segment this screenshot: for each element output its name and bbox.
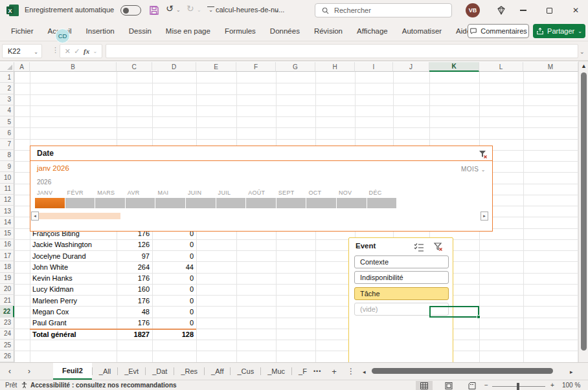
column-header-M[interactable]: M [523, 62, 578, 72]
timeline-level-dropdown[interactable]: MOIS ⌄ [461, 166, 486, 173]
row-header-1[interactable]: 1 [0, 72, 14, 83]
comments-button[interactable]: Commentaires [468, 24, 529, 38]
sheet-tab-_Cus[interactable]: _Cus [231, 363, 260, 380]
pivot-row-name[interactable]: Marleen Perry [30, 295, 117, 306]
row-header-17[interactable]: 17 [0, 250, 14, 261]
pivot-row-day-hours[interactable]: 97 [117, 250, 152, 261]
vertical-scrollbar[interactable]: ▲ [578, 61, 588, 362]
pivot-row-day-hours[interactable]: 126 [117, 239, 152, 250]
pivot-row-name[interactable]: John White [30, 261, 117, 272]
row-header-25[interactable]: 25 [0, 340, 14, 351]
row-header-24[interactable]: 24 [0, 329, 14, 340]
pivot-row-name[interactable]: Lucy Kidman [30, 284, 117, 295]
document-title-chevron-icon[interactable]: ⌄ [275, 6, 280, 13]
sheet-tab-Feuil2[interactable]: Feuil2 [53, 363, 92, 380]
sheet-nav-prev-button[interactable]: ‹ [0, 363, 19, 380]
quick-access-more-icon[interactable]: ⌄ [207, 6, 214, 14]
column-header-J[interactable]: J [393, 62, 429, 72]
column-header-B[interactable]: B [30, 62, 117, 72]
pivot-row-night-hours[interactable]: 0 [152, 306, 196, 317]
column-header-C[interactable]: C [117, 62, 152, 72]
row-header-19[interactable]: 19 [0, 273, 14, 284]
column-header-H[interactable]: H [315, 62, 355, 72]
add-sheet-button[interactable]: + [326, 363, 342, 380]
ribbon-tab-insertion[interactable]: Insertion [79, 21, 122, 41]
timeline-month-segment-OCT[interactable] [306, 198, 336, 208]
ribbon-tab-révision[interactable]: Révision [307, 21, 350, 41]
pivot-row-name[interactable]: Kevin Hanks [30, 273, 117, 284]
column-header-F[interactable]: F [236, 62, 276, 72]
sheet-nav-next-button[interactable]: › [19, 363, 39, 380]
sheet-tab-_Aff[interactable]: _Aff [205, 363, 230, 380]
formula-input[interactable] [106, 44, 578, 58]
sheet-tab-_Evt[interactable]: _Evt [118, 363, 145, 380]
pivot-row-day-hours[interactable]: 1827 [117, 329, 152, 340]
share-button[interactable]: Partager ⌄ [533, 24, 585, 38]
ribbon-tab-données[interactable]: Données [263, 21, 307, 41]
row-header-18[interactable]: 18 [0, 261, 14, 272]
column-header-E[interactable]: E [196, 62, 236, 72]
sheet-tab-_Muc[interactable]: _Muc [261, 363, 291, 380]
sheet-tab-_Res[interactable]: _Res [174, 363, 204, 380]
close-button[interactable]: ✕ [566, 0, 585, 21]
view-normal-button[interactable] [416, 381, 433, 390]
row-header-6[interactable]: 6 [0, 127, 14, 138]
pivot-row-day-hours[interactable]: 264 [117, 261, 152, 272]
view-page-break-button[interactable] [464, 381, 481, 390]
ribbon-tab-formules[interactable]: Formules [218, 21, 263, 41]
pivot-row-night-hours[interactable]: 44 [152, 261, 196, 272]
timeline-month-segment-DÉC[interactable] [367, 198, 397, 208]
pivot-row-day-hours[interactable]: 176 [117, 295, 152, 306]
row-header-21[interactable]: 21 [0, 295, 14, 306]
row-header-8[interactable]: 8 [0, 150, 14, 161]
more-sheets-icon[interactable]: ••• [308, 363, 326, 380]
row-header-13[interactable]: 13 [0, 206, 14, 217]
pivot-row-night-hours[interactable]: 0 [152, 250, 196, 261]
save-icon[interactable] [149, 5, 159, 16]
ribbon-tab-dessin[interactable]: Dessin [122, 21, 159, 41]
column-header-D[interactable]: D [152, 62, 196, 72]
row-header-14[interactable]: 14 [0, 217, 14, 228]
pivot-row-day-hours[interactable]: 48 [117, 306, 152, 317]
slicer-clear-filter-icon[interactable] [433, 242, 444, 252]
column-header-K[interactable]: K [429, 62, 479, 72]
zoom-out-icon[interactable]: − [484, 382, 488, 389]
timeline-month-segment-JANV[interactable] [35, 198, 65, 208]
sheet-tab-_All[interactable]: _All [93, 363, 117, 380]
pivot-row-night-hours[interactable]: 128 [152, 329, 196, 340]
pivot-row-day-hours[interactable]: 176 [117, 273, 152, 284]
row-header-22[interactable]: 22 [0, 306, 14, 317]
pivot-row-name[interactable]: Jackie Washington [30, 239, 117, 250]
premium-gem-icon[interactable] [496, 5, 506, 16]
worksheet-grid[interactable]: Date janv 2026 MOIS ⌄ 2026 ◂ ▸ JANVFÉVRM… [0, 61, 578, 362]
timeline-clear-filter-icon[interactable] [478, 149, 488, 160]
timeline-month-segment-MARS[interactable] [95, 198, 125, 208]
row-header-15[interactable]: 15 [0, 228, 14, 239]
pivot-row-night-hours[interactable]: 0 [152, 273, 196, 284]
zoom-slider-handle[interactable] [517, 383, 519, 390]
column-header-A[interactable]: A [14, 62, 30, 72]
confirm-entry-icon[interactable]: ✓ [74, 47, 80, 56]
slicer-event[interactable]: Event ContexteIndisponibilitéTâche(vide) [348, 237, 453, 362]
minimize-button[interactable] [514, 0, 533, 21]
slicer-item-Contexte[interactable]: Contexte [354, 255, 449, 268]
timeline-month-segment-NOV[interactable] [337, 198, 367, 208]
cancel-entry-icon[interactable]: ✕ [65, 47, 71, 56]
slicer-item-Tâche[interactable]: Tâche [354, 287, 449, 300]
sheet-options-icon[interactable]: ⋮ [342, 363, 360, 380]
name-box[interactable]: K22⌄ [2, 44, 42, 58]
accessibility-status[interactable]: Accessibilité : consultez nos recommanda… [30, 382, 177, 389]
scroll-up-icon[interactable]: ▲ [581, 63, 587, 69]
ribbon-tab-fichier[interactable]: Fichier [4, 21, 41, 41]
hscroll-right-icon[interactable]: ▸ [570, 369, 573, 375]
timeline-scroll-right-button[interactable]: ▸ [481, 211, 488, 221]
timeline-slicer-date[interactable]: Date janv 2026 MOIS ⌄ 2026 ◂ ▸ JANVFÉVRM… [30, 146, 493, 232]
formula-bar-expand-icon[interactable]: ⌄ [580, 49, 585, 55]
pivot-row-name[interactable]: Total général [30, 329, 117, 340]
timeline-month-segment-JUIL[interactable] [216, 198, 246, 208]
hscroll-left-icon[interactable]: ◂ [363, 369, 366, 375]
row-header-7[interactable]: 7 [0, 139, 14, 150]
select-all-corner[interactable] [0, 62, 14, 72]
pivot-row-day-hours[interactable]: 176 [117, 318, 152, 329]
pivot-row-day-hours[interactable]: 160 [117, 284, 152, 295]
